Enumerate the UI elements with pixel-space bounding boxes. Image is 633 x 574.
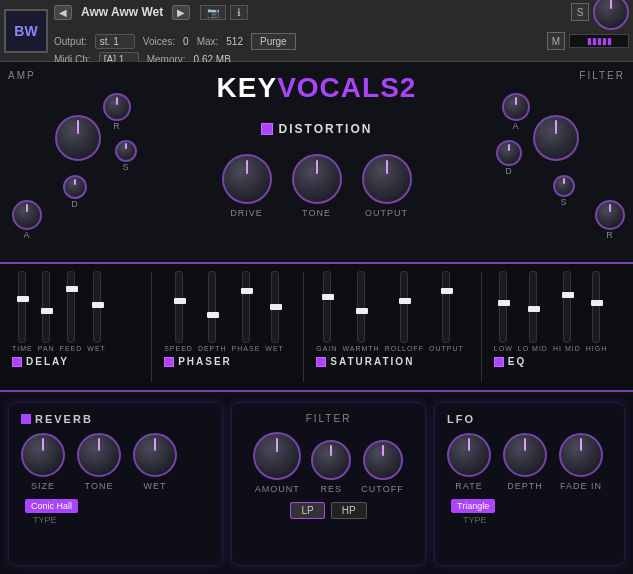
lfo-depth-knob[interactable] (503, 433, 547, 477)
amp-a-knob-container: A (12, 200, 42, 240)
sat-warmth-fader[interactable]: WARMTH (342, 271, 379, 352)
top-bar: BW ◀ Aww Aww Wet ▶ 📷 ℹ S Output: st. 1 V… (0, 0, 633, 62)
filter-cutoff-knob[interactable] (363, 440, 403, 480)
drive-knob-container: DRIVE (222, 154, 272, 218)
lfo-fadein-container: FADE IN (559, 433, 603, 491)
amp-r-knob[interactable] (103, 93, 131, 121)
delay-label: DELAY (26, 356, 69, 367)
phaser-speed-fader[interactable]: SPEED (164, 271, 193, 352)
delay-wet-fader[interactable]: WET (87, 271, 106, 352)
filter-res-knob[interactable] (311, 440, 351, 480)
amp-a-knob[interactable] (12, 200, 42, 230)
sat-output-fader[interactable]: OUTPUT (429, 271, 464, 352)
reverb-wet-knob[interactable] (133, 433, 177, 477)
lfo-rate-container: RATE (447, 433, 491, 491)
filter-bottom-panel: FILTER AMOUNT RES CUTOFF LP HP (231, 402, 426, 566)
lfo-fadein-label: FADE IN (560, 481, 602, 491)
title-area: KEYVOCALS2 (217, 72, 417, 104)
lfo-panel: LFO RATE DEPTH FADE IN Triangle TYPE (434, 402, 625, 566)
eq-low-fader[interactable]: LOW (494, 271, 513, 352)
info-button[interactable]: ℹ (230, 5, 248, 20)
amp-r-label: R (113, 121, 121, 131)
phaser-wet-fader[interactable]: WET (265, 271, 284, 352)
sat-rolloff-fader[interactable]: ROLLOFF (385, 271, 424, 352)
tone-knob[interactable] (292, 154, 342, 204)
preset-next-button[interactable]: ▶ (172, 5, 190, 20)
drive-label: DRIVE (230, 208, 263, 218)
filter-bottom-label: FILTER (244, 413, 413, 424)
delay-group: TIME PAN FEED (12, 272, 139, 382)
eq-high-fader[interactable]: HIGH (586, 271, 608, 352)
fx-divider-1 (151, 272, 152, 382)
filter-r-knob[interactable] (595, 200, 625, 230)
amp-s-knob-container: S (115, 140, 137, 172)
tune-knob[interactable] (593, 0, 629, 30)
output-label: OUTPUT (365, 208, 408, 218)
output-knob-container: OUTPUT (362, 154, 412, 218)
amp-s-knob[interactable] (115, 140, 137, 162)
delay-pan-fader[interactable]: PAN (38, 271, 55, 352)
delay-time-fader[interactable]: TIME (12, 271, 33, 352)
phaser-toggle[interactable] (164, 357, 174, 367)
lfo-rate-knob[interactable] (447, 433, 491, 477)
amp-d-label: D (71, 199, 79, 209)
camera-button[interactable]: 📷 (200, 5, 226, 20)
output-knob[interactable] (362, 154, 412, 204)
lfo-fadein-knob[interactable] (559, 433, 603, 477)
filter-a-label: A (512, 121, 519, 131)
filter-d-knob[interactable] (496, 140, 522, 166)
reverb-type-label: TYPE (33, 515, 57, 525)
sat-gain-fader[interactable]: GAIN (316, 271, 337, 352)
reverb-size-container: SIZE (21, 433, 65, 491)
lfo-depth-container: DEPTH (503, 433, 547, 491)
logo: BW (4, 9, 48, 53)
saturation-group: GAIN WARMTH ROLLOFF (316, 272, 469, 382)
delay-feed-fader[interactable]: FEED (60, 271, 83, 352)
max-value: 512 (226, 36, 243, 47)
eq-toggle[interactable] (494, 357, 504, 367)
phaser-phase-fader[interactable]: PHASE (232, 271, 261, 352)
m-button[interactable]: M (547, 32, 565, 50)
amp-main-knob[interactable] (55, 115, 101, 161)
preset-prev-button[interactable]: ◀ (54, 5, 72, 20)
instrument-body: KEYVOCALS2 AMP R S D (0, 62, 633, 574)
fx-strip: TIME PAN FEED (0, 262, 633, 392)
hp-button[interactable]: HP (331, 502, 367, 519)
amp-r-knob-container: R (103, 93, 131, 131)
filter-amount-knob[interactable] (253, 432, 301, 480)
distortion-label: DISTORTION (279, 122, 373, 136)
instrument-title: KEYVOCALS2 (217, 72, 417, 104)
saturation-toggle[interactable] (316, 357, 326, 367)
filter-s-knob[interactable] (553, 175, 575, 197)
lfo-type-badge[interactable]: Triangle (451, 499, 495, 513)
filter-amount-label: AMOUNT (255, 484, 300, 494)
amp-a-label: A (23, 230, 30, 240)
max-label: Max: (197, 36, 219, 47)
reverb-tone-label: TONE (85, 481, 114, 491)
s-button[interactable]: S (571, 3, 589, 21)
purge-button[interactable]: Purge (251, 33, 296, 50)
reverb-toggle[interactable] (21, 414, 31, 424)
lfo-depth-label: DEPTH (507, 481, 543, 491)
filter-a-knob[interactable] (502, 93, 530, 121)
distortion-section: DISTORTION DRIVE TONE OUTPUT (155, 112, 478, 262)
reverb-size-label: SIZE (31, 481, 55, 491)
distortion-toggle[interactable] (261, 123, 273, 135)
reverb-wet-label: WET (144, 481, 167, 491)
reverb-tone-knob[interactable] (77, 433, 121, 477)
voices-value: 0 (183, 36, 189, 47)
eq-himid-fader[interactable]: HI MID (553, 271, 581, 352)
reverb-type-badge[interactable]: Conic Hall (25, 499, 78, 513)
fx-divider-2 (303, 272, 304, 382)
delay-toggle[interactable] (12, 357, 22, 367)
reverb-size-knob[interactable] (21, 433, 65, 477)
filter-main-knob[interactable] (533, 115, 579, 161)
top-controls: ◀ Aww Aww Wet ▶ 📷 ℹ S Output: st. 1 Voic… (54, 0, 629, 67)
lp-button[interactable]: LP (290, 502, 324, 519)
amp-section: AMP R S D A (0, 62, 155, 262)
amp-d-knob[interactable] (63, 175, 87, 199)
phaser-depth-fader[interactable]: DEPTH (198, 271, 227, 352)
drive-knob[interactable] (222, 154, 272, 204)
output-value[interactable]: st. 1 (95, 34, 135, 49)
eq-lomid-fader[interactable]: LO MID (518, 271, 548, 352)
